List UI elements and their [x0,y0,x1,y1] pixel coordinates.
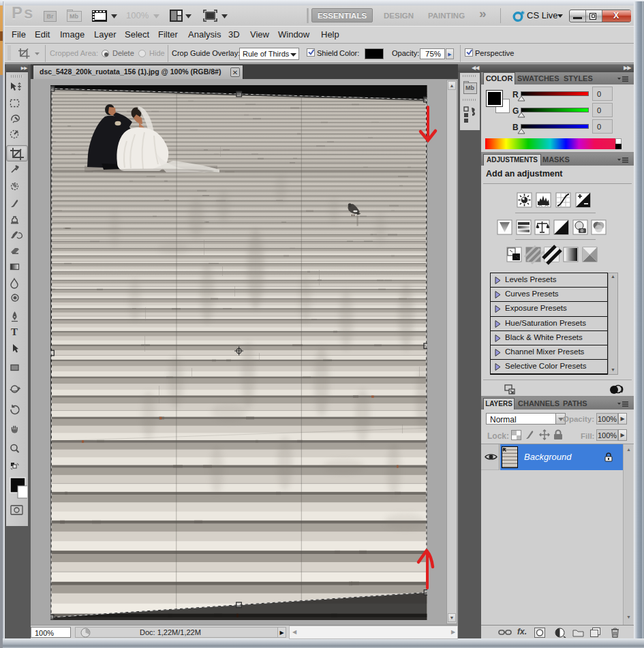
svg-text:T: T [11,326,18,337]
